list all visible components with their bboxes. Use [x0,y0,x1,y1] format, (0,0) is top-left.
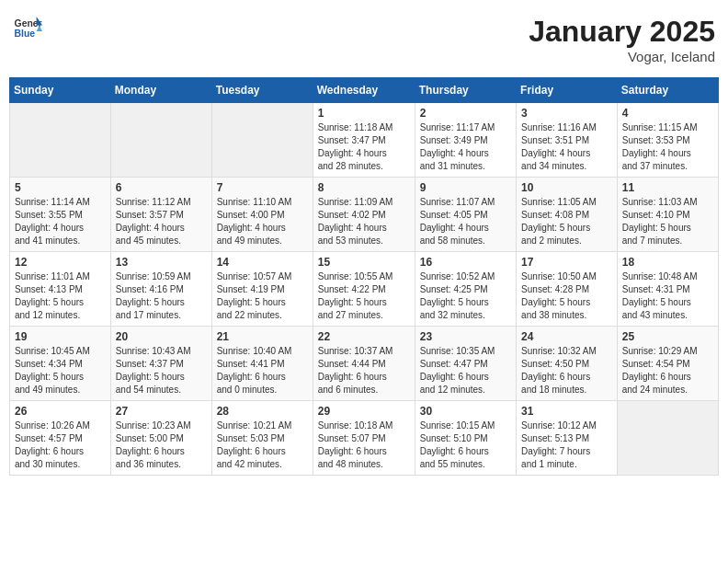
calendar-cell: 22Sunrise: 10:37 AM Sunset: 4:44 PM Dayl… [313,327,415,401]
calendar-cell: 3Sunrise: 11:16 AM Sunset: 3:51 PM Dayli… [517,103,618,178]
calendar-cell [617,401,718,476]
calendar-cell: 30Sunrise: 10:15 AM Sunset: 5:10 PM Dayl… [415,401,516,476]
day-number: 28 [217,405,308,418]
calendar-cell: 9Sunrise: 11:07 AM Sunset: 4:05 PM Dayli… [415,178,516,252]
calendar-week-row: 26Sunrise: 10:26 AM Sunset: 4:57 PM Dayl… [10,401,719,476]
calendar-week-row: 19Sunrise: 10:45 AM Sunset: 4:34 PM Dayl… [10,327,719,401]
day-number: 14 [217,256,308,269]
weekday-header-row: SundayMondayTuesdayWednesdayThursdayFrid… [10,78,719,103]
day-info: Sunrise: 10:21 AM Sunset: 5:03 PM Daylig… [217,419,308,471]
day-info: Sunrise: 11:17 AM Sunset: 3:49 PM Daylig… [420,121,511,173]
day-number: 7 [217,181,308,194]
calendar-cell: 12Sunrise: 11:01 AM Sunset: 4:13 PM Dayl… [10,252,111,327]
calendar-cell: 14Sunrise: 10:57 AM Sunset: 4:19 PM Dayl… [211,252,313,327]
day-info: Sunrise: 11:10 AM Sunset: 4:00 PM Daylig… [217,196,308,247]
calendar-cell: 26Sunrise: 10:26 AM Sunset: 4:57 PM Dayl… [10,401,111,476]
day-info: Sunrise: 11:01 AM Sunset: 4:13 PM Daylig… [15,270,106,322]
calendar-cell: 16Sunrise: 10:52 AM Sunset: 4:25 PM Dayl… [415,252,516,327]
day-info: Sunrise: 10:18 AM Sunset: 5:07 PM Daylig… [318,419,410,471]
calendar-cell: 25Sunrise: 10:29 AM Sunset: 4:54 PM Dayl… [617,327,718,401]
calendar-cell: 10Sunrise: 11:05 AM Sunset: 4:08 PM Dayl… [517,178,618,252]
calendar-week-row: 1Sunrise: 11:18 AM Sunset: 3:47 PM Dayli… [10,103,719,178]
day-number: 26 [15,405,106,418]
calendar-cell: 11Sunrise: 11:03 AM Sunset: 4:10 PM Dayl… [617,178,718,252]
day-number: 6 [116,181,207,194]
day-number: 9 [420,181,511,194]
calendar-cell: 13Sunrise: 10:59 AM Sunset: 4:16 PM Dayl… [110,252,211,327]
day-number: 16 [420,256,511,269]
day-info: Sunrise: 10:50 AM Sunset: 4:28 PM Daylig… [521,270,612,322]
calendar-cell [10,103,111,178]
day-info: Sunrise: 10:23 AM Sunset: 5:00 PM Daylig… [116,419,207,471]
day-number: 24 [521,330,612,343]
calendar-cell: 19Sunrise: 10:45 AM Sunset: 4:34 PM Dayl… [10,327,111,401]
day-info: Sunrise: 10:32 AM Sunset: 4:50 PM Daylig… [521,345,612,396]
calendar-cell: 15Sunrise: 10:55 AM Sunset: 4:22 PM Dayl… [313,252,415,327]
day-number: 23 [420,330,511,343]
day-number: 1 [318,107,410,120]
calendar-cell: 21Sunrise: 10:40 AM Sunset: 4:41 PM Dayl… [211,327,313,401]
calendar-cell: 8Sunrise: 11:09 AM Sunset: 4:02 PM Dayli… [313,178,415,252]
calendar-cell [110,103,211,178]
calendar-cell: 1Sunrise: 11:18 AM Sunset: 3:47 PM Dayli… [313,103,415,178]
calendar-cell: 29Sunrise: 10:18 AM Sunset: 5:07 PM Dayl… [313,401,415,476]
day-info: Sunrise: 10:45 AM Sunset: 4:34 PM Daylig… [15,345,106,396]
calendar-cell: 27Sunrise: 10:23 AM Sunset: 5:00 PM Dayl… [110,401,211,476]
day-info: Sunrise: 11:16 AM Sunset: 3:51 PM Daylig… [521,121,612,173]
calendar-cell: 18Sunrise: 10:48 AM Sunset: 4:31 PM Dayl… [617,252,718,327]
day-number: 12 [15,256,106,269]
day-number: 5 [15,181,106,194]
calendar-cell: 2Sunrise: 11:17 AM Sunset: 3:49 PM Dayli… [415,103,516,178]
day-info: Sunrise: 10:15 AM Sunset: 5:10 PM Daylig… [420,419,511,471]
day-info: Sunrise: 10:26 AM Sunset: 4:57 PM Daylig… [15,419,106,471]
day-info: Sunrise: 10:37 AM Sunset: 4:44 PM Daylig… [318,345,410,396]
weekday-header-friday: Friday [517,78,618,103]
day-number: 3 [521,107,612,120]
day-number: 22 [318,330,410,343]
calendar-cell: 6Sunrise: 11:12 AM Sunset: 3:57 PM Dayli… [110,178,211,252]
day-number: 31 [521,405,612,418]
page-header: General Blue January 2025 Vogar, Iceland [9,9,719,70]
logo: General Blue [13,15,42,40]
day-info: Sunrise: 11:18 AM Sunset: 3:47 PM Daylig… [318,121,410,173]
calendar-cell: 31Sunrise: 10:12 AM Sunset: 5:13 PM Dayl… [517,401,618,476]
day-info: Sunrise: 11:09 AM Sunset: 4:02 PM Daylig… [318,196,410,247]
calendar-cell: 4Sunrise: 11:15 AM Sunset: 3:53 PM Dayli… [617,103,718,178]
title-block: January 2025 Vogar, Iceland [529,15,715,64]
calendar-cell: 23Sunrise: 10:35 AM Sunset: 4:47 PM Dayl… [415,327,516,401]
day-info: Sunrise: 11:15 AM Sunset: 3:53 PM Daylig… [622,121,713,173]
day-number: 30 [420,405,511,418]
day-number: 2 [420,107,511,120]
calendar-title: January 2025 [529,15,715,49]
day-info: Sunrise: 10:48 AM Sunset: 4:31 PM Daylig… [622,270,713,322]
weekday-header-sunday: Sunday [10,78,111,103]
weekday-header-wednesday: Wednesday [313,78,415,103]
day-number: 25 [622,330,713,343]
day-info: Sunrise: 10:57 AM Sunset: 4:19 PM Daylig… [217,270,308,322]
day-number: 8 [318,181,410,194]
calendar-cell [211,103,313,178]
calendar-subtitle: Vogar, Iceland [529,49,715,64]
day-info: Sunrise: 10:29 AM Sunset: 4:54 PM Daylig… [622,345,713,396]
day-info: Sunrise: 10:35 AM Sunset: 4:47 PM Daylig… [420,345,511,396]
logo-icon: General Blue [13,15,42,40]
day-info: Sunrise: 11:12 AM Sunset: 3:57 PM Daylig… [116,196,207,247]
day-number: 17 [521,256,612,269]
day-info: Sunrise: 10:43 AM Sunset: 4:37 PM Daylig… [116,345,207,396]
day-info: Sunrise: 10:52 AM Sunset: 4:25 PM Daylig… [420,270,511,322]
day-number: 19 [15,330,106,343]
weekday-header-saturday: Saturday [617,78,718,103]
day-number: 10 [521,181,612,194]
weekday-header-thursday: Thursday [415,78,516,103]
day-info: Sunrise: 10:12 AM Sunset: 5:13 PM Daylig… [521,419,612,471]
day-number: 11 [622,181,713,194]
calendar-cell: 28Sunrise: 10:21 AM Sunset: 5:03 PM Dayl… [211,401,313,476]
day-number: 15 [318,256,410,269]
day-number: 21 [217,330,308,343]
day-number: 20 [116,330,207,343]
day-info: Sunrise: 11:05 AM Sunset: 4:08 PM Daylig… [521,196,612,247]
day-info: Sunrise: 10:59 AM Sunset: 4:16 PM Daylig… [116,270,207,322]
day-info: Sunrise: 11:03 AM Sunset: 4:10 PM Daylig… [622,196,713,247]
svg-text:Blue: Blue [15,29,36,39]
calendar-table: SundayMondayTuesdayWednesdayThursdayFrid… [9,77,719,476]
